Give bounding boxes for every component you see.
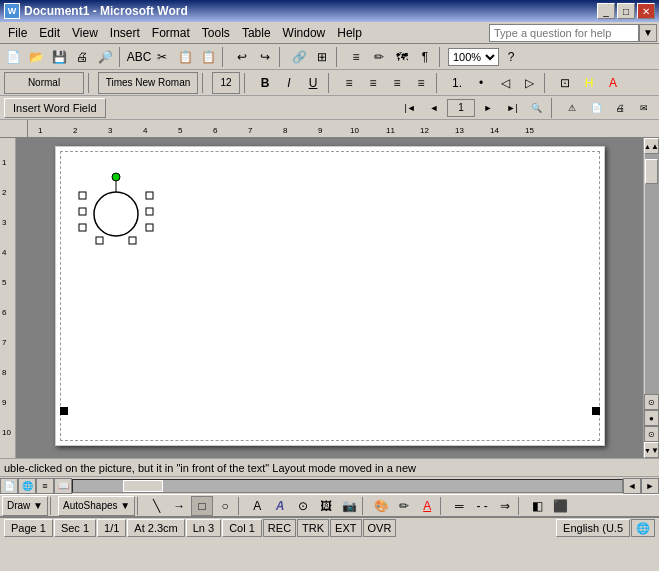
h-scroll-thumb[interactable] <box>123 480 163 492</box>
tb-find-rec[interactable]: 🔍 <box>525 97 547 119</box>
draw-diagram-tool[interactable]: ⊙ <box>292 496 314 516</box>
tb-docmap[interactable]: 🗺 <box>391 46 413 68</box>
scroll-prev-page[interactable]: ⊙ <box>644 394 659 410</box>
tb-paste[interactable]: 📋 <box>197 46 219 68</box>
tb-new[interactable]: 📄 <box>2 46 24 68</box>
minimize-button[interactable]: _ <box>597 3 615 19</box>
status-ext[interactable]: EXT <box>330 519 361 537</box>
h-scrollbar-track[interactable] <box>72 479 623 493</box>
scroll-thumb[interactable] <box>645 159 658 184</box>
tb-next[interactable]: ► <box>477 97 499 119</box>
tb-copy[interactable]: 📋 <box>174 46 196 68</box>
tb-size[interactable]: 12 <box>212 72 240 94</box>
draw-menu-button[interactable]: Draw ▼ <box>2 496 48 516</box>
tb-prev[interactable]: ◄ <box>423 97 445 119</box>
tb-indent-more[interactable]: ▷ <box>518 72 540 94</box>
tb-indent-less[interactable]: ◁ <box>494 72 516 94</box>
help-input[interactable] <box>489 24 639 42</box>
tb-merge-print[interactable]: 🖨 <box>609 97 631 119</box>
draw-textbox-tool[interactable]: A <box>246 496 268 516</box>
tb-redo[interactable]: ↪ <box>254 46 276 68</box>
tb-rec-num[interactable]: 1 <box>447 99 475 117</box>
tb-columns[interactable]: ≡ <box>345 46 367 68</box>
tb-font-color[interactable]: A <box>602 72 624 94</box>
tb-font[interactable]: Times New Roman <box>98 72 198 94</box>
tb-prev-rec[interactable]: |◄ <box>399 97 421 119</box>
h-scroll-right-button[interactable]: ► <box>641 478 659 494</box>
shape-with-handles[interactable] <box>76 172 156 252</box>
tb-italic[interactable]: I <box>278 72 300 94</box>
draw-wordart-tool[interactable]: A <box>269 496 291 516</box>
draw-arrow-style-tool[interactable]: ⇒ <box>494 496 516 516</box>
vertical-scrollbar[interactable]: ▲ ⊙ ● ⊙ ▼ <box>643 138 659 458</box>
draw-font-color-tool[interactable]: A <box>416 496 438 516</box>
maximize-button[interactable]: □ <box>617 3 635 19</box>
draw-line-style-tool[interactable]: ═ <box>448 496 470 516</box>
menu-window[interactable]: Window <box>277 24 332 42</box>
view-normal-button[interactable]: 📄 <box>0 478 18 494</box>
tb-merge-new[interactable]: 📄 <box>585 97 607 119</box>
view-web-button[interactable]: 🌐 <box>18 478 36 494</box>
status-trk[interactable]: TRK <box>297 519 329 537</box>
tb-merge-errors[interactable]: ⚠ <box>561 97 583 119</box>
zoom-dropdown[interactable]: 100% 75% 150% <box>448 47 499 67</box>
scroll-next-page[interactable]: ⊙ <box>644 426 659 442</box>
draw-shadow-tool[interactable]: ◧ <box>526 496 548 516</box>
insert-word-field-button[interactable]: Insert Word Field <box>4 98 106 118</box>
tb-bold[interactable]: B <box>254 72 276 94</box>
tb-align-left[interactable]: ≡ <box>338 72 360 94</box>
menu-view[interactable]: View <box>66 24 104 42</box>
menu-help[interactable]: Help <box>331 24 368 42</box>
tb-align-right[interactable]: ≡ <box>386 72 408 94</box>
tb-underline[interactable]: U <box>302 72 324 94</box>
tb-undo[interactable]: ↩ <box>231 46 253 68</box>
tb-table[interactable]: ⊞ <box>311 46 333 68</box>
draw-picture-tool[interactable]: 📷 <box>338 496 360 516</box>
autoshapes-button[interactable]: AutoShapes ▼ <box>58 496 135 516</box>
menu-table[interactable]: Table <box>236 24 277 42</box>
tb-num-list[interactable]: 1. <box>446 72 468 94</box>
draw-3d-tool[interactable]: ⬛ <box>549 496 571 516</box>
tb-print[interactable]: 🖨 <box>71 46 93 68</box>
tb-next-last[interactable]: ►| <box>501 97 523 119</box>
tb-open[interactable]: 📂 <box>25 46 47 68</box>
tb-merge-email[interactable]: ✉ <box>633 97 655 119</box>
menu-insert[interactable]: Insert <box>104 24 146 42</box>
tb-drawing[interactable]: ✏ <box>368 46 390 68</box>
status-lang-flag[interactable]: 🌐 <box>631 519 655 537</box>
menu-file[interactable]: File <box>2 24 33 42</box>
tb-justify[interactable]: ≡ <box>410 72 432 94</box>
tb-style[interactable]: Normal <box>4 72 84 94</box>
zoom-select[interactable]: 100% 75% 150% <box>448 48 499 66</box>
tb-preview[interactable]: 🔎 <box>94 46 116 68</box>
tb-link[interactable]: 🔗 <box>288 46 310 68</box>
help-arrow[interactable]: ▼ <box>639 24 657 42</box>
document[interactable] <box>55 146 605 446</box>
tb-spell[interactable]: ABC <box>128 46 150 68</box>
view-reading-button[interactable]: 📖 <box>54 478 72 494</box>
menu-edit[interactable]: Edit <box>33 24 66 42</box>
tb-border[interactable]: ⊡ <box>554 72 576 94</box>
view-outline-button[interactable]: ≡ <box>36 478 54 494</box>
tb-cut[interactable]: ✂ <box>151 46 173 68</box>
tb-show[interactable]: ¶ <box>414 46 436 68</box>
tb-highlight[interactable]: H <box>578 72 600 94</box>
tb-bul-list[interactable]: • <box>470 72 492 94</box>
menu-format[interactable]: Format <box>146 24 196 42</box>
draw-fill-color-tool[interactable]: 🎨 <box>370 496 392 516</box>
scroll-up-button[interactable]: ▲ <box>644 138 659 154</box>
draw-clipart-tool[interactable]: 🖼 <box>315 496 337 516</box>
draw-arrow-tool[interactable]: → <box>168 496 190 516</box>
scroll-down-button[interactable]: ▼ <box>644 442 659 458</box>
draw-line-tool[interactable]: ╲ <box>145 496 167 516</box>
draw-dash-style-tool[interactable]: - - <box>471 496 493 516</box>
h-scroll-left-button[interactable]: ◄ <box>623 478 641 494</box>
draw-rect-tool[interactable]: □ <box>191 496 213 516</box>
tb-help[interactable]: ? <box>500 46 522 68</box>
tb-align-center[interactable]: ≡ <box>362 72 384 94</box>
title-bar-controls[interactable]: _ □ ✕ <box>597 3 655 19</box>
draw-oval-tool[interactable]: ○ <box>214 496 236 516</box>
status-ovr[interactable]: OVR <box>363 519 397 537</box>
draw-line-color-tool[interactable]: ✏ <box>393 496 415 516</box>
close-button[interactable]: ✕ <box>637 3 655 19</box>
